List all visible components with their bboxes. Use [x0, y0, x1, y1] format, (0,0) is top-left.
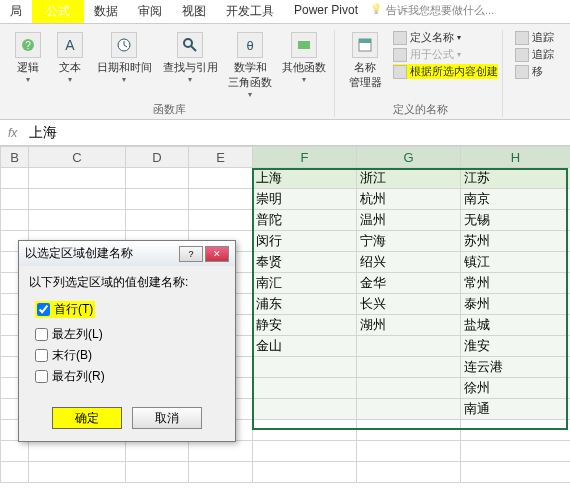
col-header-E[interactable]: E	[189, 147, 253, 168]
chk-top-row[interactable]	[37, 303, 50, 316]
cell[interactable]: 南汇	[253, 273, 357, 294]
cell[interactable]	[253, 357, 357, 378]
btn-define-name[interactable]: 定义名称 ▾	[393, 30, 461, 45]
cell[interactable]: 普陀	[253, 210, 357, 231]
cell[interactable]: 金山	[253, 336, 357, 357]
opt-left-col[interactable]: 最左列(L)	[35, 326, 219, 343]
btn-lookup[interactable]: 查找与引用▾	[158, 30, 222, 84]
dialog-close-button[interactable]: ✕	[205, 246, 229, 262]
cell[interactable]: 浦东	[253, 294, 357, 315]
btn-logical[interactable]: ? 逻辑▾	[8, 30, 48, 84]
tab-frag-left[interactable]: 局	[0, 0, 32, 23]
cell[interactable]: 无锡	[461, 210, 571, 231]
btn-create-from-selection[interactable]: 根据所选内容创建	[393, 64, 498, 79]
cell[interactable]	[253, 420, 357, 441]
cell[interactable]	[189, 441, 253, 462]
cell[interactable]: 浙江	[357, 168, 461, 189]
cell[interactable]	[29, 189, 126, 210]
cell[interactable]: 连云港	[461, 357, 571, 378]
cell[interactable]	[357, 399, 461, 420]
btn-trace-precedents[interactable]: 追踪	[515, 30, 554, 45]
btn-remove-arrows[interactable]: 移	[515, 64, 543, 79]
cell[interactable]: 金华	[357, 273, 461, 294]
opt-top-row[interactable]: 首行(T)	[35, 301, 95, 318]
cell[interactable]	[253, 399, 357, 420]
tab-data[interactable]: 数据	[84, 0, 128, 23]
tab-developer[interactable]: 开发工具	[216, 0, 284, 23]
dialog-help-button[interactable]: ?	[179, 246, 203, 262]
cell[interactable]: 长兴	[357, 294, 461, 315]
btn-text[interactable]: A 文本▾	[50, 30, 90, 84]
chk-bottom-row[interactable]	[35, 349, 48, 362]
cell[interactable]: 静安	[253, 315, 357, 336]
cell[interactable]: 苏州	[461, 231, 571, 252]
tab-view[interactable]: 视图	[172, 0, 216, 23]
cell[interactable]	[461, 441, 571, 462]
cell[interactable]	[357, 420, 461, 441]
cell[interactable]	[189, 210, 253, 231]
cell[interactable]: 常州	[461, 273, 571, 294]
cell[interactable]: 淮安	[461, 336, 571, 357]
col-header-C[interactable]: C	[29, 147, 126, 168]
col-header-G[interactable]: G	[357, 147, 461, 168]
col-header-B[interactable]: B	[1, 147, 29, 168]
cell[interactable]: 温州	[357, 210, 461, 231]
btn-trace-dependents[interactable]: 追踪	[515, 47, 554, 62]
cell[interactable]	[1, 462, 29, 483]
formula-input[interactable]	[25, 123, 570, 143]
cell[interactable]	[126, 441, 189, 462]
fx-icon[interactable]: fx	[0, 126, 25, 140]
col-header-H[interactable]: H	[461, 147, 571, 168]
tab-powerpivot[interactable]: Power Pivot	[284, 0, 368, 23]
dialog-titlebar[interactable]: 以选定区域创建名称 ? ✕	[19, 241, 235, 266]
cell[interactable]: 上海	[253, 168, 357, 189]
cell[interactable]: 徐州	[461, 378, 571, 399]
cell[interactable]	[357, 441, 461, 462]
cell[interactable]	[1, 441, 29, 462]
cell[interactable]: 镇江	[461, 252, 571, 273]
cell[interactable]	[126, 168, 189, 189]
col-header-F[interactable]: F	[253, 147, 357, 168]
cell[interactable]: 奉贤	[253, 252, 357, 273]
cell[interactable]	[29, 462, 126, 483]
cell[interactable]	[1, 210, 29, 231]
cell[interactable]: 南通	[461, 399, 571, 420]
cell[interactable]	[126, 462, 189, 483]
tell-me-input[interactable]: 告诉我您想要做什么...	[368, 0, 504, 23]
chk-right-col[interactable]	[35, 370, 48, 383]
cell[interactable]: 湖州	[357, 315, 461, 336]
btn-morefuncs[interactable]: 其他函数▾	[278, 30, 330, 84]
cell[interactable]: 崇明	[253, 189, 357, 210]
cell[interactable]	[189, 189, 253, 210]
cell[interactable]	[29, 441, 126, 462]
cell[interactable]	[461, 420, 571, 441]
tab-review[interactable]: 审阅	[128, 0, 172, 23]
btn-mathtrig[interactable]: θ 数学和 三角函数▾	[224, 30, 276, 99]
cell[interactable]	[126, 189, 189, 210]
cell[interactable]	[29, 168, 126, 189]
cell[interactable]: 南京	[461, 189, 571, 210]
btn-datetime[interactable]: 日期和时间▾	[92, 30, 156, 84]
cell[interactable]: 宁海	[357, 231, 461, 252]
cell[interactable]	[29, 210, 126, 231]
cell[interactable]	[357, 378, 461, 399]
cell[interactable]: 江苏	[461, 168, 571, 189]
cell[interactable]	[357, 462, 461, 483]
cell[interactable]	[461, 462, 571, 483]
cell[interactable]	[357, 357, 461, 378]
dialog-ok-button[interactable]: 确定	[52, 407, 122, 429]
btn-name-manager[interactable]: 名称 管理器	[343, 30, 387, 90]
cell[interactable]: 杭州	[357, 189, 461, 210]
cell[interactable]	[253, 378, 357, 399]
cell[interactable]	[357, 336, 461, 357]
cell[interactable]	[1, 168, 29, 189]
tab-formulas[interactable]: 公式	[32, 0, 84, 23]
cell[interactable]	[189, 168, 253, 189]
opt-right-col[interactable]: 最右列(R)	[35, 368, 219, 385]
cell[interactable]	[253, 441, 357, 462]
cell[interactable]: 泰州	[461, 294, 571, 315]
cell[interactable]: 闵行	[253, 231, 357, 252]
col-header-D[interactable]: D	[126, 147, 189, 168]
opt-bottom-row[interactable]: 末行(B)	[35, 347, 219, 364]
cell[interactable]	[1, 189, 29, 210]
